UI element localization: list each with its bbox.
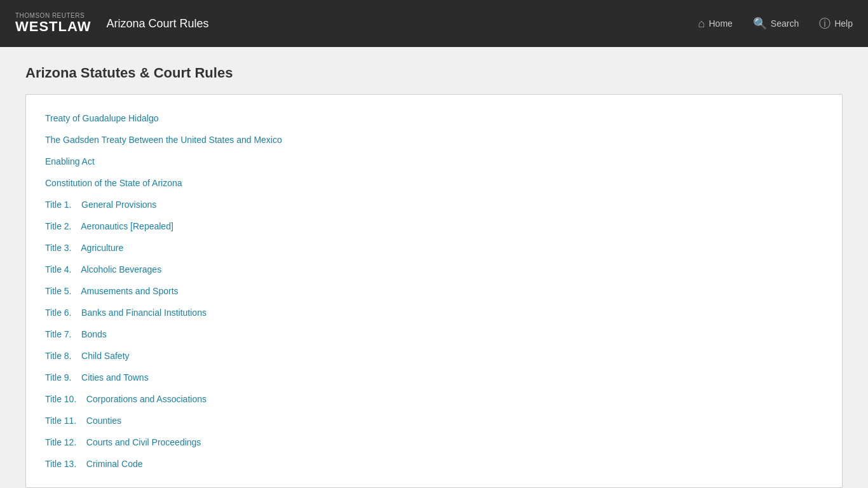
toc-link[interactable]: Title 2. Aeronautics [Repealed] — [45, 221, 173, 231]
toc-link[interactable]: Constitution of the State of Arizona — [45, 178, 182, 188]
help-nav-item[interactable]: ⓘ Help — [819, 16, 853, 31]
list-item: Title 4. Alcoholic Beverages — [45, 259, 823, 280]
list-item: The Gadsden Treaty Between the United St… — [45, 129, 823, 151]
toc-link[interactable]: Title 12. Courts and Civil Proceedings — [45, 437, 201, 447]
toc-link[interactable]: Title 6. Banks and Financial Institution… — [45, 308, 207, 318]
list-item: Title 11. Counties — [45, 410, 823, 431]
toc-link[interactable]: Title 13. Criminal Code — [45, 459, 143, 469]
logo-area: THOMSON REUTERS WESTLAW — [15, 12, 91, 34]
home-label: Home — [709, 18, 732, 29]
toc-list: Treaty of Guadalupe HidalgoThe Gadsden T… — [45, 107, 823, 475]
list-item: Title 6. Banks and Financial Institution… — [45, 302, 823, 323]
header-nav: ⌂ Home 🔍 Search ⓘ Help — [698, 16, 853, 31]
toc-link[interactable]: Title 8. Child Safety — [45, 351, 130, 361]
list-item: Treaty of Guadalupe Hidalgo — [45, 107, 823, 129]
list-item: Title 8. Child Safety — [45, 345, 823, 367]
list-item: Title 5. Amusements and Sports — [45, 280, 823, 302]
list-item: Enabling Act — [45, 151, 823, 172]
toc-link[interactable]: Title 4. Alcoholic Beverages — [45, 264, 161, 274]
header: THOMSON REUTERS WESTLAW Arizona Court Ru… — [0, 0, 868, 47]
toc-link[interactable]: Title 10. Corporations and Associations — [45, 394, 207, 404]
list-item: Title 3. Agriculture — [45, 237, 823, 259]
home-icon: ⌂ — [698, 17, 705, 30]
main-content: Arizona Statutes & Court Rules Treaty of… — [0, 47, 868, 488]
list-item: Title 9. Cities and Towns — [45, 367, 823, 388]
toc-link[interactable]: Title 3. Agriculture — [45, 243, 123, 253]
search-icon: 🔍 — [753, 17, 767, 30]
list-item: Title 12. Courts and Civil Proceedings — [45, 431, 823, 453]
toc-link[interactable]: Title 1. General Provisions — [45, 200, 156, 210]
list-item: Title 7. Bonds — [45, 323, 823, 345]
list-item: Title 2. Aeronautics [Repealed] — [45, 215, 823, 237]
search-nav-item[interactable]: 🔍 Search — [753, 17, 799, 30]
header-left: THOMSON REUTERS WESTLAW Arizona Court Ru… — [15, 12, 209, 34]
toc-link[interactable]: The Gadsden Treaty Between the United St… — [45, 135, 282, 145]
content-box: Treaty of Guadalupe HidalgoThe Gadsden T… — [25, 94, 843, 488]
page-title-header: Arizona Court Rules — [106, 17, 208, 30]
westlaw-logo: WESTLAW — [15, 19, 91, 34]
list-item: Title 10. Corporations and Associations — [45, 388, 823, 410]
section-title: Arizona Statutes & Court Rules — [25, 65, 843, 81]
help-icon: ⓘ — [819, 16, 831, 31]
toc-link[interactable]: Title 9. Cities and Towns — [45, 372, 149, 383]
search-label: Search — [771, 18, 799, 29]
toc-link[interactable]: Enabling Act — [45, 156, 95, 166]
toc-link[interactable]: Title 7. Bonds — [45, 329, 107, 339]
toc-link[interactable]: Treaty of Guadalupe Hidalgo — [45, 113, 158, 123]
toc-link[interactable]: Title 11. Counties — [45, 416, 121, 426]
home-nav-item[interactable]: ⌂ Home — [698, 17, 733, 30]
list-item: Title 13. Criminal Code — [45, 453, 823, 475]
list-item: Title 1. General Provisions — [45, 194, 823, 215]
toc-link[interactable]: Title 5. Amusements and Sports — [45, 286, 179, 296]
help-label: Help — [834, 18, 853, 29]
list-item: Constitution of the State of Arizona — [45, 172, 823, 194]
